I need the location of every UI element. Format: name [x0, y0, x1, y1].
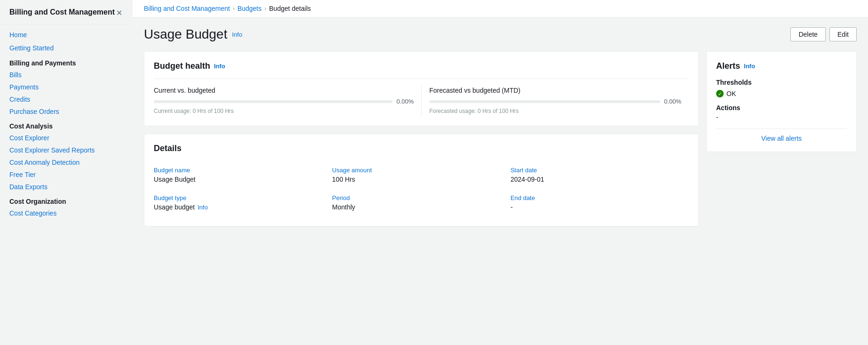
ok-icon: ✓: [716, 90, 724, 97]
sidebar-nav: HomeGetting StartedBilling and PaymentsB…: [0, 24, 133, 223]
nav-section-cost-organization: Cost Organization: [0, 193, 133, 207]
budget-health-card: Budget health Info Current vs. budgeted …: [144, 51, 699, 126]
details-card: Details Budget nameUsage BudgetUsage amo…: [144, 134, 699, 226]
sidebar-item-cost-categories[interactable]: Cost Categories: [0, 207, 133, 219]
sidebar-item-bills[interactable]: Bills: [0, 69, 133, 81]
sidebar-item-getting-started[interactable]: Getting Started: [0, 41, 133, 55]
current-progress-bg: [154, 100, 393, 103]
page-header: Usage Budget Info Delete Edit: [144, 27, 857, 42]
current-pct: 0.00%: [396, 98, 414, 105]
sidebar-item-cost-explorer[interactable]: Cost Explorer: [0, 132, 133, 144]
detail-cell-3: Budget typeUsage budgetInfo: [154, 189, 332, 217]
sidebar-item-free-tier[interactable]: Free Tier: [0, 168, 133, 181]
breadcrumb-current: Budget details: [269, 5, 311, 12]
sidebar-item-credits[interactable]: Credits: [0, 93, 133, 105]
breadcrumb: Billing and Cost Management›Budgets›Budg…: [133, 0, 868, 17]
sidebar-item-purchase-orders[interactable]: Purchase Orders: [0, 105, 133, 118]
nav-section-cost-analysis: Cost Analysis: [0, 118, 133, 132]
alerts-column: Alerts Info Thresholds ✓ OK Actions - Vi…: [706, 51, 857, 152]
detail-value-4: Monthly: [332, 203, 510, 211]
detail-value-2: 2024-09-01: [511, 176, 689, 183]
actions-label: Actions: [716, 104, 847, 112]
detail-key-1: Usage amount: [332, 167, 510, 174]
detail-cell-1: Usage amount100 Hrs: [332, 161, 510, 189]
breadcrumb-separator: ›: [233, 5, 235, 12]
health-grid: Current vs. budgeted 0.00% Current usage…: [154, 85, 689, 116]
nav-section-billing-and-payments: Billing and Payments: [0, 55, 133, 69]
sidebar-item-payments[interactable]: Payments: [0, 81, 133, 93]
current-col: Current vs. budgeted 0.00% Current usage…: [154, 85, 421, 116]
detail-cell-4: PeriodMonthly: [332, 189, 510, 217]
main-content: Billing and Cost Management›Budgets›Budg…: [133, 0, 868, 345]
detail-key-5: End date: [511, 194, 689, 201]
budget-health-info-link[interactable]: Info: [214, 63, 225, 70]
forecasted-progress-row: 0.00%: [429, 98, 681, 105]
current-usage-text: Current usage: 0 Hrs of 100 Hrs: [154, 108, 414, 114]
detail-value-0: Usage Budget: [154, 176, 332, 183]
breadcrumb-link-billing-and-cost-management[interactable]: Billing and Cost Management: [144, 5, 230, 12]
detail-value-3: Usage budgetInfo: [154, 203, 332, 211]
detail-key-3: Budget type: [154, 194, 332, 201]
forecasted-pct: 0.00%: [664, 98, 681, 105]
main-column: Budget health Info Current vs. budgeted …: [144, 51, 699, 234]
detail-value-5: -: [511, 203, 689, 211]
forecasted-usage-text: Forecasted usage: 0 Hrs of 100 Hrs: [429, 108, 681, 114]
page-title-row: Usage Budget Info: [144, 27, 242, 42]
actions-value: -: [716, 113, 847, 121]
sidebar-item-data-exports[interactable]: Data Exports: [0, 181, 133, 193]
current-progress-row: 0.00%: [154, 98, 414, 105]
alerts-title: Alerts Info: [716, 61, 847, 71]
breadcrumb-separator: ›: [264, 5, 266, 12]
delete-button[interactable]: Delete: [790, 27, 825, 41]
edit-button[interactable]: Edit: [829, 27, 857, 41]
forecasted-col: Forecasted vs budgeted (MTD) 0.00% Forec…: [421, 85, 689, 116]
current-label: Current vs. budgeted: [154, 87, 414, 94]
sidebar-item-cost-explorer-saved-reports[interactable]: Cost Explorer Saved Reports: [0, 144, 133, 156]
ok-badge: ✓ OK: [716, 90, 847, 97]
sidebar-title: Billing and Cost Management: [9, 8, 115, 17]
detail-cell-0: Budget nameUsage Budget: [154, 161, 332, 189]
page-title: Usage Budget: [144, 27, 227, 42]
sidebar: Billing and Cost Management ✕ HomeGettin…: [0, 0, 133, 345]
detail-value-1: 100 Hrs: [332, 176, 510, 183]
forecasted-progress-bg: [429, 100, 660, 103]
detail-key-0: Budget name: [154, 167, 332, 174]
budget-health-title: Budget health Info: [154, 61, 689, 71]
sidebar-item-home[interactable]: Home: [0, 28, 133, 41]
ok-label: OK: [726, 90, 736, 97]
forecasted-label: Forecasted vs budgeted (MTD): [429, 87, 681, 94]
view-all-alerts-link[interactable]: View all alerts: [716, 128, 847, 142]
alerts-card: Alerts Info Thresholds ✓ OK Actions - Vi…: [706, 51, 857, 152]
detail-key-2: Start date: [511, 167, 689, 174]
two-column-layout: Budget health Info Current vs. budgeted …: [144, 51, 857, 234]
sidebar-item-cost-anomaly-detection[interactable]: Cost Anomaly Detection: [0, 156, 133, 168]
page-info-link[interactable]: Info: [232, 31, 242, 38]
detail-cell-5: End date-: [511, 189, 689, 217]
detail-cell-2: Start date2024-09-01: [511, 161, 689, 189]
detail-key-4: Period: [332, 194, 510, 201]
content-area: Usage Budget Info Delete Edit Budget hea…: [133, 17, 868, 345]
details-title: Details: [154, 144, 689, 153]
header-actions: Delete Edit: [790, 27, 857, 41]
breadcrumb-link-budgets[interactable]: Budgets: [237, 5, 261, 12]
sidebar-header: Billing and Cost Management ✕: [0, 0, 133, 24]
details-grid: Budget nameUsage BudgetUsage amount100 H…: [154, 161, 689, 217]
thresholds-label: Thresholds: [716, 79, 847, 86]
sidebar-close-button[interactable]: ✕: [115, 8, 123, 18]
detail-info-link-3[interactable]: Info: [197, 204, 208, 211]
alerts-info-link[interactable]: Info: [744, 63, 755, 70]
